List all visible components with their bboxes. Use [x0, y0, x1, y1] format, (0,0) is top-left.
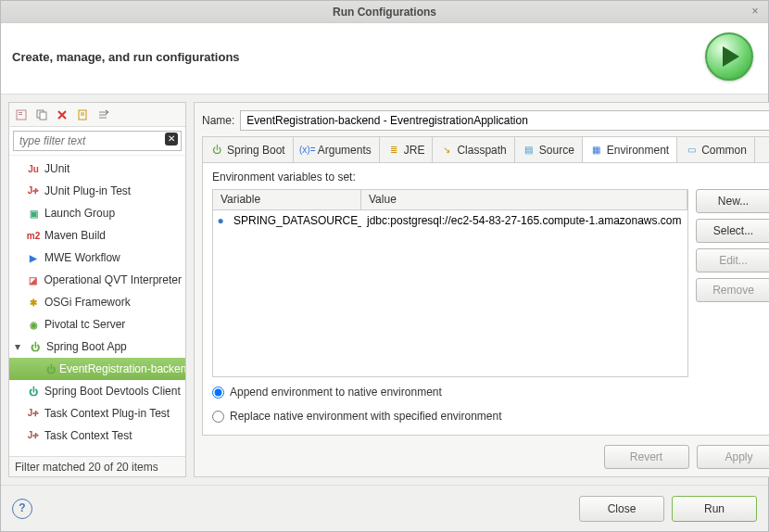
tabs-container: ⏻Spring Boot(x)=Arguments≣JRE↘Classpath▤… — [202, 136, 769, 436]
duplicate-config-icon[interactable] — [33, 107, 50, 123]
tree-item-label: JUnit Plug-in Test — [44, 184, 131, 197]
config-name-input[interactable] — [240, 110, 769, 131]
tree-item-label: Maven Build — [44, 229, 106, 242]
radio-append-input[interactable] — [212, 386, 224, 399]
tab-icon: ▭ — [685, 144, 698, 157]
filter-input[interactable] — [13, 131, 182, 151]
tree-item[interactable]: ▶MWE Workflow — [9, 247, 185, 269]
help-icon[interactable]: ? — [12, 499, 32, 519]
tree-item-label: JUnit — [44, 162, 69, 175]
close-icon[interactable]: × — [748, 4, 763, 19]
tab-environment[interactable]: ▦Environment — [583, 137, 677, 163]
radio-replace-input[interactable] — [212, 411, 224, 423]
collapse-icon[interactable] — [95, 107, 111, 123]
tabbar: ⏻Spring Boot(x)=Arguments≣JRE↘Classpath▤… — [203, 137, 769, 163]
env-select-button[interactable]: Select... — [696, 219, 769, 243]
tab-classpath[interactable]: ↘Classpath — [433, 137, 514, 162]
run-hero-icon — [705, 32, 753, 81]
tab-icon: (x)= — [301, 144, 314, 157]
tab-icon: ▦ — [590, 144, 603, 157]
tab-label: Classpath — [457, 144, 506, 157]
tree-item-label: EventRegistration-backend - Ev — [59, 362, 185, 375]
env-new-button[interactable]: New... — [696, 189, 769, 213]
tab-icon: ↘ — [440, 144, 453, 157]
env-col-variable[interactable]: Variable — [213, 190, 361, 209]
name-label: Name: — [202, 114, 234, 127]
tab-icon: ⏻ — [210, 144, 223, 157]
tree-item-label: Spring Boot Devtools Client — [44, 385, 181, 398]
tab-common[interactable]: ▭Common — [677, 137, 755, 162]
tree-item-label: Task Context Plug-in Test — [44, 407, 170, 420]
tab-arguments[interactable]: (x)=Arguments — [294, 137, 380, 162]
name-row: Name: — [202, 110, 769, 131]
tree-item[interactable]: ✱OSGi Framework — [9, 291, 185, 313]
filter-wrap: ✕ — [9, 127, 185, 156]
tree-item[interactable]: JቀTask Context Test — [9, 424, 185, 447]
config-type-icon: Ju — [26, 161, 41, 176]
tab-icon: ▤ — [523, 144, 536, 157]
dialog-header: Create, manage, and run configurations — [1, 23, 768, 95]
tree-item[interactable]: ◪Operational QVT Interpreter — [9, 269, 185, 291]
titlebar: Run Configurations × — [1, 1, 768, 23]
env-remove-button: Remove — [696, 278, 769, 302]
new-config-icon[interactable] — [13, 107, 30, 123]
tree-toolbar — [9, 103, 185, 127]
tab-label: Spring Boot — [227, 144, 285, 157]
config-type-icon: Jቀ — [26, 184, 41, 198]
config-type-icon: m2 — [26, 228, 41, 243]
tab-label: Environment — [607, 144, 669, 157]
tree-item[interactable]: JuJUnit — [9, 158, 185, 180]
run-button[interactable]: Run — [672, 496, 757, 522]
tree-item[interactable]: ⏻EventRegistration-backend - Ev — [9, 358, 185, 380]
editor-footer: Revert Apply — [202, 441, 769, 469]
config-type-icon: ⏻ — [26, 384, 41, 399]
config-type-icon: Jቀ — [26, 428, 41, 443]
env-col-value[interactable]: Value — [361, 190, 687, 209]
tab-spring-boot[interactable]: ⏻Spring Boot — [203, 137, 294, 162]
env-value-cell: jdbc:postgresql://ec2-54-83-27-165.compu… — [361, 212, 687, 229]
tree-item-label: Operational QVT Interpreter — [44, 273, 182, 286]
close-button[interactable]: Close — [579, 496, 664, 522]
run-configurations-dialog: Run Configurations × Create, manage, and… — [0, 0, 769, 532]
tab-icon: ≣ — [387, 144, 400, 157]
tree-item[interactable]: JቀJUnit Plug-in Test — [9, 180, 185, 202]
tree-item[interactable]: ▾⏻Spring Boot App — [9, 336, 185, 358]
revert-button: Revert — [604, 445, 689, 469]
env-table-row: Variable Value ●SPRING_DATASOURCE_URLjdb… — [212, 189, 769, 377]
radio-append[interactable]: Append environment to native environment — [212, 383, 769, 401]
filter-config-icon[interactable] — [74, 107, 91, 123]
env-buttons: New... Select... Edit... Remove — [696, 189, 769, 377]
config-type-icon: ◉ — [26, 317, 41, 332]
apply-button: Apply — [697, 445, 769, 469]
tree-item-label: Launch Group — [44, 207, 115, 220]
config-tree-panel: ✕ JuJUnitJቀJUnit Plug-in Test▣Launch Gro… — [8, 102, 186, 477]
dialog-footer: ? Close Run — [1, 485, 768, 531]
tree-item[interactable]: ▣Launch Group — [9, 202, 185, 224]
tab-environment-body: Environment variables to set: Variable V… — [203, 163, 769, 435]
tab-label: Common — [701, 144, 747, 157]
dialog-title: Run Configurations — [333, 6, 436, 19]
tree-item[interactable]: ◉Pivotal tc Server — [9, 313, 185, 336]
env-var-cell: SPRING_DATASOURCE_URL — [228, 212, 361, 229]
tree-item-label: Pivotal tc Server — [44, 318, 125, 331]
content-area: ✕ JuJUnitJቀJUnit Plug-in Test▣Launch Gro… — [1, 95, 768, 485]
config-tree[interactable]: JuJUnitJቀJUnit Plug-in Test▣Launch Group… — [9, 156, 185, 456]
env-header-label: Environment variables to set: — [212, 171, 769, 184]
tree-item-label: Spring Boot App — [46, 340, 127, 353]
tree-item[interactable]: m2Maven Build — [9, 224, 185, 247]
env-table-body: ●SPRING_DATASOURCE_URLjdbc:postgresql://… — [213, 210, 687, 376]
tree-item[interactable]: ⏻Spring Boot Devtools Client — [9, 380, 185, 402]
tab-label: Arguments — [318, 144, 372, 157]
header-title: Create, manage, and run configurations — [12, 50, 240, 64]
tab-source[interactable]: ▤Source — [515, 137, 583, 162]
env-row[interactable]: ●SPRING_DATASOURCE_URLjdbc:postgresql://… — [213, 210, 687, 231]
tab-jre[interactable]: ≣JRE — [380, 137, 434, 162]
env-table[interactable]: Variable Value ●SPRING_DATASOURCE_URLjdb… — [212, 189, 688, 377]
svg-rect-4 — [40, 112, 46, 120]
expand-toggle-icon[interactable]: ▾ — [13, 340, 22, 353]
tree-item-label: MWE Workflow — [44, 251, 120, 264]
tree-item[interactable]: JቀTask Context Plug-in Test — [9, 402, 185, 424]
clear-filter-icon[interactable]: ✕ — [165, 133, 178, 146]
delete-config-icon[interactable] — [54, 107, 70, 123]
radio-replace[interactable]: Replace native environment with specifie… — [212, 407, 769, 425]
